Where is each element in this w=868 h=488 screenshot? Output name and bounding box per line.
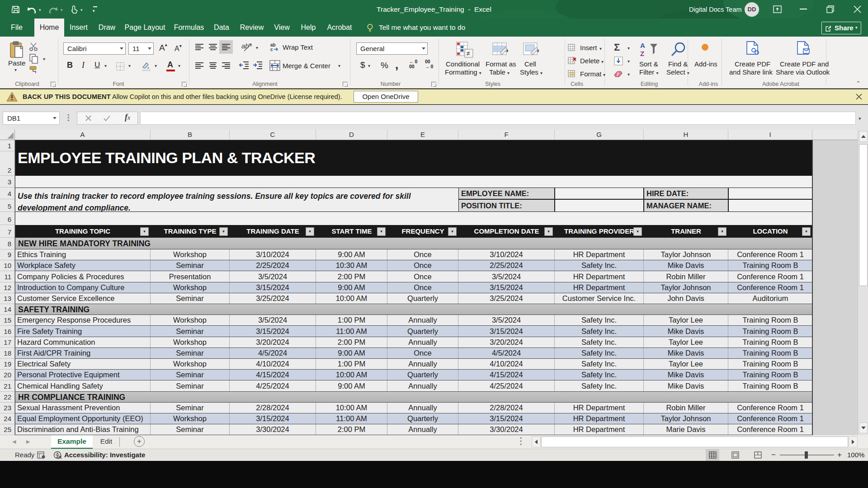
svg-text:≠: ≠ — [467, 50, 470, 57]
svg-text:c: c — [270, 47, 273, 52]
svg-text:Z: Z — [640, 50, 644, 57]
svg-text:A: A — [640, 42, 645, 49]
